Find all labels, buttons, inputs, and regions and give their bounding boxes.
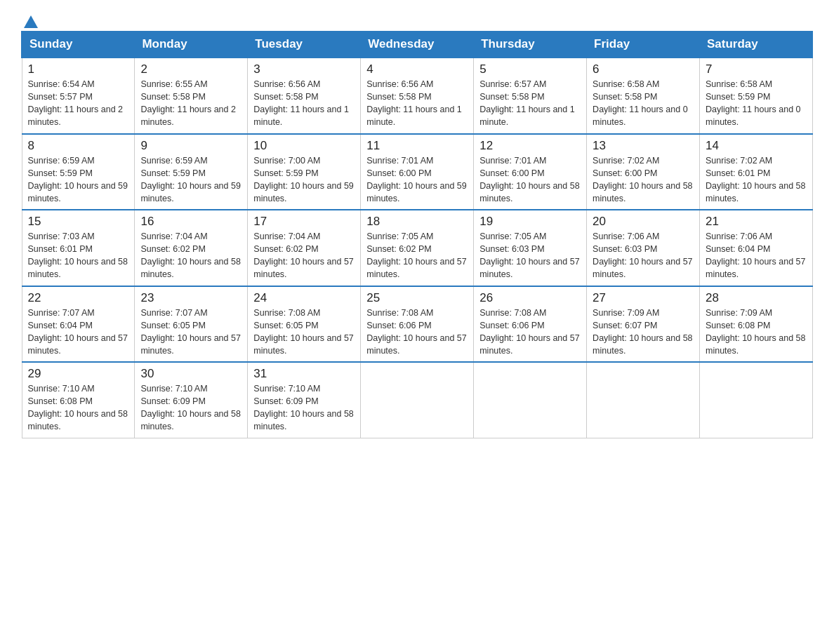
day-number: 6 bbox=[593, 62, 694, 76]
day-info: Sunrise: 6:59 AMSunset: 5:59 PMDaylight:… bbox=[28, 154, 129, 206]
day-number: 25 bbox=[366, 291, 468, 305]
day-number: 4 bbox=[366, 62, 468, 76]
day-number: 30 bbox=[140, 367, 241, 381]
calendar-cell: 18 Sunrise: 7:05 AMSunset: 6:02 PMDaylig… bbox=[361, 210, 474, 286]
calendar-cell: 6 Sunrise: 6:58 AMSunset: 5:58 PMDayligh… bbox=[587, 58, 700, 134]
page-header bbox=[21, 14, 813, 24]
calendar-week-row: 8 Sunrise: 6:59 AMSunset: 5:59 PMDayligh… bbox=[22, 134, 813, 210]
calendar-cell: 19 Sunrise: 7:05 AMSunset: 6:03 PMDaylig… bbox=[474, 210, 587, 286]
day-info: Sunrise: 7:05 AMSunset: 6:02 PMDaylight:… bbox=[366, 230, 468, 281]
day-info: Sunrise: 6:54 AMSunset: 5:57 PMDaylight:… bbox=[28, 78, 129, 129]
day-number: 19 bbox=[479, 215, 581, 229]
calendar-cell: 12 Sunrise: 7:01 AMSunset: 6:00 PMDaylig… bbox=[474, 134, 587, 210]
calendar-cell: 15 Sunrise: 7:03 AMSunset: 6:01 PMDaylig… bbox=[22, 210, 135, 286]
calendar-cell: 13 Sunrise: 7:02 AMSunset: 6:00 PMDaylig… bbox=[587, 134, 700, 210]
day-number: 31 bbox=[253, 367, 355, 381]
day-info: Sunrise: 7:00 AMSunset: 5:59 PMDaylight:… bbox=[253, 154, 355, 206]
day-info: Sunrise: 7:07 AMSunset: 6:04 PMDaylight:… bbox=[28, 307, 129, 358]
day-number: 11 bbox=[366, 139, 468, 153]
day-number: 13 bbox=[593, 139, 694, 153]
day-number: 5 bbox=[479, 62, 581, 76]
column-header-tuesday: Tuesday bbox=[248, 32, 361, 58]
day-info: Sunrise: 6:57 AMSunset: 5:58 PMDaylight:… bbox=[479, 78, 581, 129]
calendar-cell: 21 Sunrise: 7:06 AMSunset: 6:04 PMDaylig… bbox=[700, 210, 813, 286]
day-info: Sunrise: 7:09 AMSunset: 6:07 PMDaylight:… bbox=[593, 307, 694, 358]
day-info: Sunrise: 7:10 AMSunset: 6:09 PMDaylight:… bbox=[253, 382, 355, 434]
day-info: Sunrise: 7:08 AMSunset: 6:05 PMDaylight:… bbox=[253, 307, 355, 358]
calendar-cell: 3 Sunrise: 6:56 AMSunset: 5:58 PMDayligh… bbox=[248, 58, 361, 134]
calendar-table: SundayMondayTuesdayWednesdayThursdayFrid… bbox=[21, 31, 813, 438]
column-header-friday: Friday bbox=[587, 32, 700, 58]
day-number: 14 bbox=[706, 139, 807, 153]
calendar-cell: 31 Sunrise: 7:10 AMSunset: 6:09 PMDaylig… bbox=[248, 362, 361, 438]
day-number: 26 bbox=[479, 291, 581, 305]
day-number: 29 bbox=[28, 367, 129, 381]
calendar-week-row: 22 Sunrise: 7:07 AMSunset: 6:04 PMDaylig… bbox=[22, 286, 813, 363]
calendar-cell: 26 Sunrise: 7:08 AMSunset: 6:06 PMDaylig… bbox=[474, 286, 587, 363]
day-info: Sunrise: 7:08 AMSunset: 6:06 PMDaylight:… bbox=[366, 307, 468, 358]
day-info: Sunrise: 7:04 AMSunset: 6:02 PMDaylight:… bbox=[140, 230, 241, 281]
day-info: Sunrise: 7:08 AMSunset: 6:06 PMDaylight:… bbox=[479, 307, 581, 358]
calendar-cell: 28 Sunrise: 7:09 AMSunset: 6:08 PMDaylig… bbox=[700, 286, 813, 363]
calendar-cell: 5 Sunrise: 6:57 AMSunset: 5:58 PMDayligh… bbox=[474, 58, 587, 134]
calendar-cell: 22 Sunrise: 7:07 AMSunset: 6:04 PMDaylig… bbox=[22, 286, 135, 363]
calendar-cell: 7 Sunrise: 6:58 AMSunset: 5:59 PMDayligh… bbox=[700, 58, 813, 134]
calendar-cell: 10 Sunrise: 7:00 AMSunset: 5:59 PMDaylig… bbox=[248, 134, 361, 210]
day-info: Sunrise: 7:06 AMSunset: 6:04 PMDaylight:… bbox=[706, 230, 807, 281]
column-header-sunday: Sunday bbox=[22, 32, 135, 58]
day-info: Sunrise: 7:10 AMSunset: 6:09 PMDaylight:… bbox=[140, 382, 241, 434]
day-number: 9 bbox=[140, 139, 241, 153]
calendar-cell: 30 Sunrise: 7:10 AMSunset: 6:09 PMDaylig… bbox=[135, 362, 248, 438]
calendar-cell: 20 Sunrise: 7:06 AMSunset: 6:03 PMDaylig… bbox=[587, 210, 700, 286]
day-number: 7 bbox=[706, 62, 807, 76]
day-info: Sunrise: 6:55 AMSunset: 5:58 PMDaylight:… bbox=[140, 78, 241, 129]
day-info: Sunrise: 6:56 AMSunset: 5:58 PMDaylight:… bbox=[253, 78, 355, 129]
day-number: 8 bbox=[28, 139, 129, 153]
day-info: Sunrise: 6:59 AMSunset: 5:59 PMDaylight:… bbox=[140, 154, 241, 206]
calendar-cell: 25 Sunrise: 7:08 AMSunset: 6:06 PMDaylig… bbox=[361, 286, 474, 363]
day-info: Sunrise: 7:02 AMSunset: 6:00 PMDaylight:… bbox=[593, 154, 694, 206]
day-info: Sunrise: 7:07 AMSunset: 6:05 PMDaylight:… bbox=[140, 307, 241, 358]
logo-triangle-icon bbox=[24, 15, 38, 28]
calendar-cell: 23 Sunrise: 7:07 AMSunset: 6:05 PMDaylig… bbox=[135, 286, 248, 363]
calendar-header-row: SundayMondayTuesdayWednesdayThursdayFrid… bbox=[22, 32, 813, 58]
calendar-cell: 29 Sunrise: 7:10 AMSunset: 6:08 PMDaylig… bbox=[22, 362, 135, 438]
day-info: Sunrise: 7:10 AMSunset: 6:08 PMDaylight:… bbox=[28, 382, 129, 434]
day-number: 22 bbox=[28, 291, 129, 305]
day-info: Sunrise: 7:01 AMSunset: 6:00 PMDaylight:… bbox=[366, 154, 468, 206]
calendar-cell: 17 Sunrise: 7:04 AMSunset: 6:02 PMDaylig… bbox=[248, 210, 361, 286]
day-info: Sunrise: 7:05 AMSunset: 6:03 PMDaylight:… bbox=[479, 230, 581, 281]
day-info: Sunrise: 7:03 AMSunset: 6:01 PMDaylight:… bbox=[28, 230, 129, 281]
day-info: Sunrise: 7:04 AMSunset: 6:02 PMDaylight:… bbox=[253, 230, 355, 281]
day-number: 15 bbox=[28, 215, 129, 229]
calendar-cell: 24 Sunrise: 7:08 AMSunset: 6:05 PMDaylig… bbox=[248, 286, 361, 363]
logo bbox=[21, 14, 38, 24]
day-number: 1 bbox=[28, 62, 129, 76]
calendar-week-row: 29 Sunrise: 7:10 AMSunset: 6:08 PMDaylig… bbox=[22, 362, 813, 438]
day-info: Sunrise: 7:06 AMSunset: 6:03 PMDaylight:… bbox=[593, 230, 694, 281]
calendar-cell: 27 Sunrise: 7:09 AMSunset: 6:07 PMDaylig… bbox=[587, 286, 700, 363]
calendar-week-row: 1 Sunrise: 6:54 AMSunset: 5:57 PMDayligh… bbox=[22, 58, 813, 134]
day-number: 28 bbox=[706, 291, 807, 305]
calendar-cell: 4 Sunrise: 6:56 AMSunset: 5:58 PMDayligh… bbox=[361, 58, 474, 134]
calendar-cell: 1 Sunrise: 6:54 AMSunset: 5:57 PMDayligh… bbox=[22, 58, 135, 134]
day-number: 10 bbox=[253, 139, 355, 153]
calendar-cell: 14 Sunrise: 7:02 AMSunset: 6:01 PMDaylig… bbox=[700, 134, 813, 210]
day-number: 17 bbox=[253, 215, 355, 229]
day-number: 23 bbox=[140, 291, 241, 305]
calendar-cell: 11 Sunrise: 7:01 AMSunset: 6:00 PMDaylig… bbox=[361, 134, 474, 210]
day-number: 3 bbox=[253, 62, 355, 76]
column-header-monday: Monday bbox=[135, 32, 248, 58]
day-number: 18 bbox=[366, 215, 468, 229]
calendar-cell: 16 Sunrise: 7:04 AMSunset: 6:02 PMDaylig… bbox=[135, 210, 248, 286]
calendar-cell bbox=[587, 362, 700, 438]
day-info: Sunrise: 6:58 AMSunset: 5:59 PMDaylight:… bbox=[706, 78, 807, 129]
calendar-cell bbox=[700, 362, 813, 438]
calendar-week-row: 15 Sunrise: 7:03 AMSunset: 6:01 PMDaylig… bbox=[22, 210, 813, 286]
calendar-cell bbox=[474, 362, 587, 438]
day-info: Sunrise: 7:09 AMSunset: 6:08 PMDaylight:… bbox=[706, 307, 807, 358]
column-header-saturday: Saturday bbox=[700, 32, 813, 58]
day-number: 12 bbox=[479, 139, 581, 153]
day-number: 16 bbox=[140, 215, 241, 229]
column-header-thursday: Thursday bbox=[474, 32, 587, 58]
